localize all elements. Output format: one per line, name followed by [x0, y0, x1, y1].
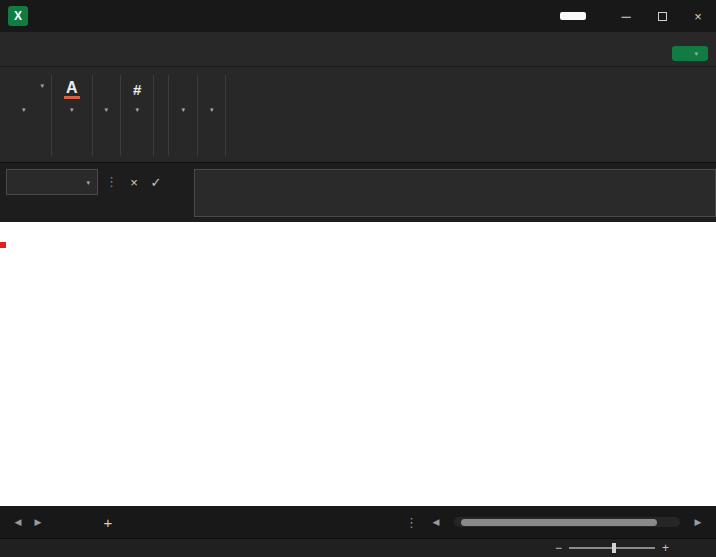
alignment-group: ▾ — [93, 73, 121, 143]
ribbon-tab-row: ▾ — [0, 32, 716, 66]
sheet-nav-right-icon[interactable]: ▶ — [28, 517, 48, 527]
cells-group: ▾ — [169, 73, 197, 143]
zoom-slider-thumb[interactable] — [612, 543, 616, 553]
chevron-down-icon: ▾ — [70, 106, 74, 113]
formula-input[interactable] — [194, 169, 716, 217]
editing-group: ▾ — [198, 73, 226, 143]
addins-group — [226, 73, 250, 143]
excel-logo-icon: X — [8, 6, 28, 26]
number-group: # ▾ — [121, 73, 153, 143]
horizontal-scrollbar[interactable] — [454, 517, 680, 527]
window-controls: ─ × — [608, 0, 716, 32]
excel-window: X ─ × ▾ ▾ ▾ — [0, 0, 716, 557]
chevron-down-icon: ▾ — [694, 50, 698, 57]
sheet-tab-bar: ◀ ▶ + ⋮ ◀ ▶ — [0, 506, 716, 538]
cancel-icon[interactable]: × — [123, 169, 145, 195]
maximize-icon[interactable] — [644, 0, 680, 32]
add-sheet-button[interactable]: + — [98, 514, 118, 531]
zoom-out-button[interactable]: − — [555, 541, 562, 555]
ribbon: ▾ ▾ A ▾ ▾ — [0, 66, 716, 162]
spreadsheet-grid — [0, 222, 716, 506]
enter-icon[interactable]: ✓ — [145, 169, 167, 195]
share-button[interactable]: ▾ — [672, 46, 708, 61]
chevron-down-icon: ▾ — [181, 106, 185, 113]
styles-group — [154, 73, 168, 143]
name-box[interactable]: ▾ — [6, 169, 98, 195]
font-icon: A — [64, 78, 80, 100]
scrollbar-thumb[interactable] — [461, 519, 657, 526]
formula-bar: ▾ ⋮ × ✓ — [0, 162, 716, 222]
annotation-box — [0, 242, 6, 248]
zoom-in-button[interactable]: + — [662, 541, 669, 555]
paste-button[interactable]: ▾ — [17, 73, 31, 113]
clipboard-group: ▾ ▾ — [10, 73, 51, 143]
title-bar: X ─ × — [0, 0, 716, 32]
formula-bar-divider: ⋮ — [105, 174, 118, 189]
insert-function-button[interactable] — [167, 169, 189, 195]
sheet-bar-options-icon[interactable]: ⋮ — [405, 515, 418, 530]
sign-in-button[interactable] — [560, 12, 586, 20]
copy-button[interactable]: ▾ — [38, 82, 45, 89]
scroll-left-icon[interactable]: ◀ — [426, 517, 446, 527]
grid-column-headers — [0, 222, 716, 242]
editing-group-button[interactable]: ▾ — [205, 73, 219, 113]
addins-button[interactable] — [233, 73, 243, 103]
status-bar: − + — [0, 538, 716, 557]
chevron-down-icon[interactable]: ▾ — [86, 179, 90, 186]
cells-group-button[interactable]: ▾ — [176, 73, 190, 113]
number-group-button[interactable]: # ▾ — [128, 73, 146, 113]
number-icon: # — [133, 78, 141, 100]
sheet-nav-left-icon[interactable]: ◀ — [8, 517, 28, 527]
chevron-down-icon: ▾ — [136, 106, 140, 113]
chevron-down-icon: ▾ — [210, 106, 214, 113]
font-group: A ▾ — [52, 73, 92, 143]
scroll-right-icon[interactable]: ▶ — [688, 517, 708, 527]
close-icon[interactable]: × — [680, 0, 716, 32]
minimize-icon[interactable]: ─ — [608, 0, 644, 32]
font-group-button[interactable]: A ▾ — [59, 73, 85, 113]
chevron-down-icon: ▾ — [22, 106, 26, 113]
alignment-group-button[interactable]: ▾ — [100, 73, 114, 113]
zoom-slider[interactable] — [569, 547, 655, 549]
chevron-down-icon: ▾ — [105, 106, 109, 113]
